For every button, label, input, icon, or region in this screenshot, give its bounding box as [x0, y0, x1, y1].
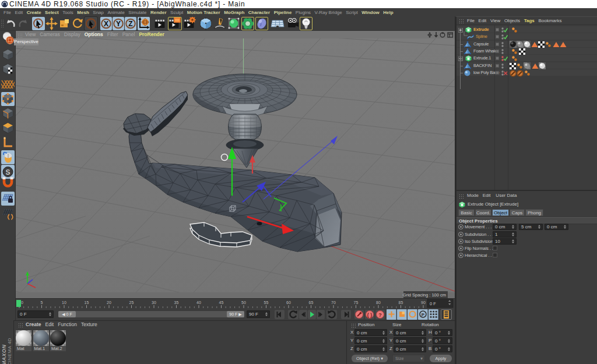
svg-text:P: P	[422, 312, 425, 317]
svg-text:5: 5	[41, 301, 43, 305]
svg-text:70: 70	[331, 301, 336, 305]
svg-text:30: 30	[152, 301, 156, 305]
svg-text:35: 35	[174, 301, 179, 305]
svg-text:65: 65	[309, 301, 314, 305]
svg-text:85: 85	[399, 301, 403, 305]
svg-text:X: X	[104, 20, 108, 28]
svg-text:Y: Y	[116, 20, 121, 28]
svg-text:10: 10	[62, 301, 66, 305]
svg-text:75: 75	[354, 301, 359, 305]
svg-text:20: 20	[107, 301, 111, 305]
svg-text:0: 0	[21, 301, 23, 305]
svg-text:?: ?	[378, 312, 382, 318]
svg-text:55: 55	[264, 301, 269, 305]
svg-text:25: 25	[129, 301, 134, 305]
svg-text:80: 80	[376, 301, 381, 305]
svg-text:Grid Spacing : 100 cm: Grid Spacing : 100 cm	[403, 292, 446, 298]
svg-text:60: 60	[286, 301, 291, 305]
svg-text:40: 40	[196, 301, 201, 305]
svg-text:15: 15	[85, 301, 89, 305]
svg-text:90: 90	[421, 301, 426, 305]
svg-text:45: 45	[219, 301, 224, 305]
svg-text:Z: Z	[128, 20, 132, 28]
svg-text:( ): ( )	[367, 312, 373, 318]
svg-text:0 F: 0 F	[430, 301, 436, 306]
svg-text:50: 50	[241, 301, 246, 305]
